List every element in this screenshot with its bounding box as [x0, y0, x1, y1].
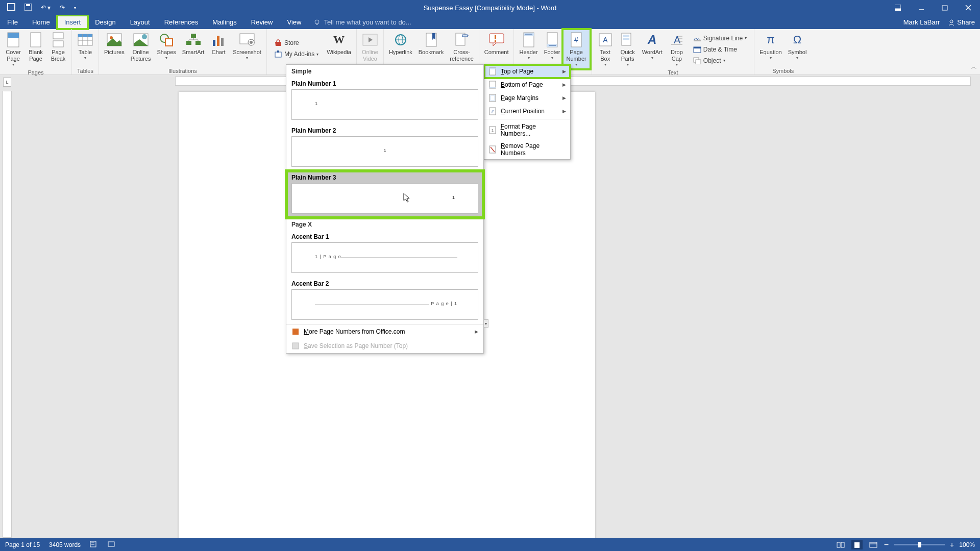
share-button[interactable]: Share	[948, 18, 975, 26]
screenshot-icon	[239, 32, 255, 48]
view-print-layout[interactable]	[851, 540, 863, 549]
page-break-button[interactable]: PageBreak	[47, 30, 69, 68]
comment-button[interactable]: Comment	[481, 30, 512, 67]
quick-parts-button[interactable]: QuickParts▾	[617, 30, 639, 68]
status-words[interactable]: 3405 words	[49, 541, 81, 548]
svg-rect-97	[870, 542, 877, 547]
table-icon	[77, 32, 93, 48]
object-button[interactable]: Object ▾	[691, 56, 749, 66]
wikipedia-button[interactable]: WWikipedia	[324, 30, 354, 67]
hyperlink-button[interactable]: Hyperlink	[386, 30, 415, 67]
svg-point-41	[250, 41, 253, 44]
zoom-level[interactable]: 100%	[959, 541, 975, 548]
menu-remove-page-numbers[interactable]: Remove Page Numbers	[484, 140, 570, 159]
tell-me-search[interactable]: Tell me what you want to do...	[313, 15, 411, 29]
shapes-button[interactable]: Shapes▾	[154, 30, 179, 67]
tab-insert[interactable]: Insert	[57, 15, 88, 29]
symbol-button[interactable]: ΩSymbol▾	[785, 30, 810, 67]
svg-rect-75	[696, 60, 701, 64]
tab-layout[interactable]: Layout	[123, 15, 157, 29]
footer-button[interactable]: Footer▾	[541, 30, 564, 68]
view-read-mode[interactable]	[835, 540, 846, 549]
tab-references[interactable]: References	[157, 15, 205, 29]
svg-text:#: #	[492, 109, 494, 114]
submenu-arrow-icon: ▶	[562, 69, 566, 74]
minimize-icon[interactable]	[910, 0, 933, 15]
ruler-vertical[interactable]	[3, 91, 12, 538]
format-numbers-icon: 1	[488, 126, 497, 134]
gallery-section-simple: Simple	[286, 65, 483, 77]
gallery-plain-number-1[interactable]: Plain Number 1 1	[286, 77, 483, 124]
maximize-icon[interactable]	[933, 0, 957, 15]
text-box-button[interactable]: ATextBox▾	[594, 30, 617, 68]
ruler-tab-selector[interactable]: L	[3, 78, 11, 87]
gallery-plain-number-2[interactable]: Plain Number 2 1	[286, 124, 483, 171]
bookmark-button[interactable]: Bookmark	[415, 30, 447, 67]
tab-design[interactable]: Design	[88, 15, 122, 29]
online-pictures-button[interactable]: OnlinePictures	[128, 30, 154, 67]
online-video-button[interactable]: OnlineVideo	[359, 30, 381, 67]
cross-reference-button[interactable]: Cross-reference	[447, 30, 476, 67]
comment-icon	[488, 32, 505, 48]
gallery-accent-bar-2[interactable]: Accent Bar 2 P a g e | 1	[286, 277, 483, 324]
svg-rect-88	[292, 329, 299, 335]
page-number-gallery: Simple Plain Number 1 1 Plain Number 2 1…	[286, 64, 484, 354]
ribbon-display-options-icon[interactable]	[886, 0, 910, 15]
view-web-layout[interactable]	[868, 540, 879, 549]
page-number-button[interactable]: #PageNumber▾	[564, 30, 590, 68]
my-addins-button[interactable]: My Add-ins ▾	[272, 49, 321, 59]
status-macro-icon[interactable]	[107, 540, 115, 549]
tab-file[interactable]: File	[0, 15, 25, 29]
chart-icon	[210, 32, 227, 48]
svg-rect-31	[195, 41, 201, 45]
redo-icon[interactable]: ↷	[57, 2, 68, 13]
bookmark-icon	[423, 32, 439, 48]
top-of-page-icon	[488, 67, 497, 76]
tab-view[interactable]: View	[280, 15, 308, 29]
smartart-button[interactable]: SmartArt	[179, 30, 207, 67]
menu-page-margins[interactable]: Page Margins▶	[484, 91, 570, 105]
qat-customize-icon[interactable]: ▾	[71, 4, 79, 12]
save-icon[interactable]	[21, 2, 35, 14]
wordart-button[interactable]: AWordArt▾	[639, 30, 666, 68]
undo-icon[interactable]: ↶ ▾	[38, 2, 54, 13]
gallery-scroll-down[interactable]: ▾	[483, 319, 488, 328]
tab-home[interactable]: Home	[25, 15, 57, 29]
cover-page-button[interactable]: CoverPage▾	[2, 30, 24, 68]
tab-review[interactable]: Review	[244, 15, 280, 29]
date-time-button[interactable]: Date & Time	[691, 44, 749, 55]
screenshot-button[interactable]: Screenshot▾	[230, 30, 264, 67]
menu-bottom-of-page[interactable]: Bottom of Page▶	[484, 78, 570, 91]
pictures-button[interactable]: Pictures	[101, 30, 128, 67]
chart-button[interactable]: Chart	[207, 30, 230, 67]
header-button[interactable]: Header▾	[516, 30, 541, 68]
gallery-plain-number-3[interactable]: Plain Number 3 1	[286, 171, 483, 218]
gallery-accent-bar-1[interactable]: Accent Bar 1 1 | P a g e	[286, 230, 483, 277]
preview-plain-1: 1	[291, 89, 478, 120]
group-illustrations-label: Illustrations	[168, 67, 197, 74]
menu-top-of-page[interactable]: Top of Page▶	[484, 65, 570, 78]
tab-mailings[interactable]: Mailings	[205, 15, 244, 29]
menu-format-page-numbers[interactable]: 1Format Page Numbers...	[484, 120, 570, 140]
signature-line-button[interactable]: Signature Line ▾	[691, 33, 749, 43]
lightbulb-icon	[313, 19, 321, 26]
equation-icon: π	[763, 32, 779, 48]
drop-cap-button[interactable]: ADropCap▾	[666, 30, 688, 68]
store-button[interactable]: Store	[272, 38, 321, 48]
menu-current-position[interactable]: #Current Position▶	[484, 105, 570, 118]
user-name[interactable]: Mark LaBarr	[903, 18, 940, 26]
status-proof-icon[interactable]	[90, 540, 98, 549]
blank-page-button[interactable]: BlankPage	[24, 30, 47, 68]
gallery-more-office[interactable]: More Page Numbers from Office.com▶	[286, 324, 483, 339]
page-margins-icon	[488, 94, 497, 102]
zoom-in-button[interactable]: +	[950, 541, 954, 549]
zoom-slider[interactable]	[894, 544, 945, 545]
footer-icon	[544, 32, 560, 48]
zoom-out-button[interactable]: −	[884, 540, 889, 549]
collapse-ribbon-icon[interactable]: ︿	[971, 63, 977, 71]
equation-button[interactable]: πEquation▾	[756, 30, 785, 67]
close-icon[interactable]	[957, 0, 980, 15]
status-page[interactable]: Page 1 of 15	[5, 541, 40, 548]
table-button[interactable]: Table▾	[74, 30, 96, 67]
video-icon	[362, 32, 378, 48]
